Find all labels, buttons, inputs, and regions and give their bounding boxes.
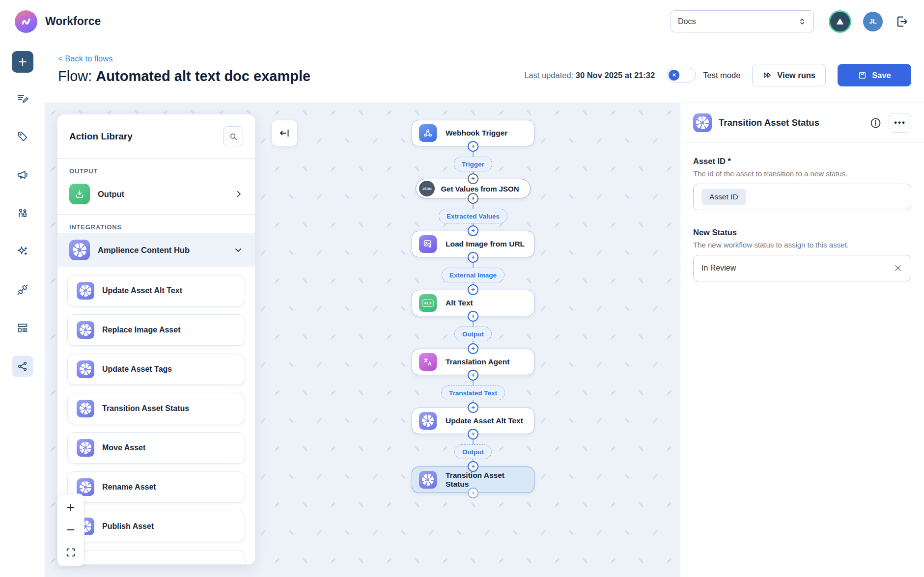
field-input[interactable]: Asset ID — [693, 184, 911, 210]
flow-output-pill[interactable]: Output — [454, 444, 492, 459]
brand-name: Workforce — [45, 15, 101, 28]
flow-port-add-icon[interactable] — [468, 141, 478, 152]
flow-port-add-icon[interactable] — [468, 461, 478, 472]
view-runs-label: View runs — [777, 71, 815, 80]
flow-output-pill[interactable]: External Image — [442, 268, 504, 282]
action-card-label: Update Asset Alt Text — [102, 286, 182, 295]
toggle-knob-x-icon — [669, 70, 679, 81]
tag-icon — [16, 130, 29, 143]
flow-port-add-icon[interactable] — [468, 370, 478, 381]
amplience-icon — [77, 360, 94, 378]
flow-name: Automated alt text doc example — [96, 68, 310, 84]
sidebar-item-plug[interactable] — [12, 279, 33, 301]
flow-column: Webhook TriggerTriggerJSONGet Values fro… — [412, 120, 534, 498]
flow-port-add-icon[interactable] — [468, 402, 478, 413]
search-icon — [228, 132, 238, 141]
action-card-label: Transition Asset Status — [102, 404, 189, 413]
flow-node-label: Update Asset Alt Text — [446, 416, 523, 425]
workforce-logo-icon — [15, 10, 37, 33]
flow-port-add-icon[interactable] — [468, 488, 478, 498]
zoom-out-button[interactable] — [57, 519, 84, 541]
last-updated-value: 30 Nov 2025 at 21:32 — [576, 71, 655, 80]
collapse-panel-button[interactable] — [271, 120, 298, 146]
action-card-partial[interactable] — [67, 550, 245, 565]
select-chevrons-icon — [798, 17, 807, 26]
flow-port-add-icon[interactable] — [468, 284, 478, 295]
drive-app-button[interactable] — [829, 10, 851, 33]
flow-node-label: Load Image from URL — [446, 240, 525, 248]
sidebar-item-share[interactable] — [12, 356, 33, 377]
sidebar-item-compose[interactable] — [12, 87, 33, 109]
logout-icon[interactable] — [895, 14, 909, 29]
image-icon — [419, 235, 437, 253]
add-button[interactable] — [12, 51, 33, 73]
integration-group-amplience[interactable]: Amplience Content Hub — [57, 233, 255, 267]
back-to-flows-link[interactable]: < Back to flows — [58, 54, 112, 63]
action-library-title: Action Library — [69, 131, 133, 142]
test-mode-label: Test mode — [703, 71, 740, 80]
clear-icon[interactable] — [893, 263, 903, 273]
flow-port-add-icon[interactable] — [468, 311, 478, 322]
test-mode-toggle[interactable] — [667, 68, 696, 82]
flow-port-add-icon[interactable] — [468, 193, 478, 204]
more-options-button[interactable]: ••• — [889, 113, 911, 133]
flow-header: < Back to flows Flow: Automated alt text… — [45, 43, 924, 103]
action-card[interactable]: Replace Image Asset — [67, 314, 245, 346]
sidebar-item-layout[interactable] — [12, 317, 33, 339]
amplience-icon — [69, 240, 90, 260]
sidebar-item-tag[interactable] — [12, 126, 33, 147]
info-icon[interactable] — [869, 117, 882, 129]
flow-port-add-icon[interactable] — [468, 225, 478, 236]
save-button[interactable]: Save — [838, 64, 911, 86]
integrations-section-label: INTEGRATIONS — [57, 215, 255, 233]
chevron-right-icon — [234, 190, 243, 198]
action-card-label: Replace Image Asset — [102, 326, 180, 334]
amplience-icon — [77, 439, 94, 457]
action-card[interactable]: Rename Asset — [67, 471, 245, 503]
save-icon — [858, 71, 867, 80]
action-card[interactable]: Transition Asset Status — [67, 393, 245, 424]
search-button[interactable] — [223, 126, 243, 146]
sidebar-item-people[interactable] — [12, 202, 33, 224]
inspector-fields: Asset ID * The id of the asset to transi… — [680, 143, 924, 295]
left-rail — [0, 43, 45, 577]
workspace-select-value: Docs — [678, 17, 696, 26]
top-bar: Workforce Docs JL — [0, 0, 924, 43]
sidebar-item-megaphone[interactable] — [12, 164, 33, 186]
action-card[interactable]: Move Asset — [67, 432, 245, 464]
alt-text-icon: ALT — [419, 294, 437, 312]
flow-canvas[interactable]: Webhook TriggerTriggerJSONGet Values fro… — [45, 103, 680, 577]
compose-icon — [16, 92, 29, 105]
value-chip[interactable]: Asset ID — [701, 189, 746, 205]
flow-port-add-icon[interactable] — [468, 343, 478, 354]
download-icon — [69, 184, 90, 204]
flow-port-add-icon[interactable] — [468, 252, 478, 263]
action-cards: Update Asset Alt Text Replace Image Asse… — [57, 267, 255, 565]
output-library-item[interactable]: Output — [57, 177, 255, 214]
fit-view-button[interactable] — [57, 541, 84, 564]
flow-output-pill[interactable]: Trigger — [454, 157, 492, 171]
workspace-select[interactable]: Docs — [671, 10, 814, 32]
json-icon: JSON — [419, 181, 435, 196]
flow-port-add-icon[interactable] — [468, 173, 478, 184]
field-label: Asset ID * — [693, 157, 911, 166]
flow-port-add-icon[interactable] — [468, 429, 478, 440]
inspector-title: Transition Asset Status — [719, 117, 863, 128]
zoom-in-button[interactable] — [57, 496, 84, 519]
sidebar-item-sparkles[interactable] — [12, 241, 33, 262]
field-input[interactable]: In Review — [693, 255, 911, 281]
user-avatar[interactable]: JL — [863, 12, 883, 31]
save-label: Save — [872, 71, 891, 80]
zoom-controls — [57, 494, 84, 566]
flow-output-pill[interactable]: Translated Text — [441, 385, 505, 400]
view-runs-button[interactable]: View runs — [752, 64, 826, 86]
action-card[interactable]: Update Asset Alt Text — [67, 275, 245, 306]
flow-output-pill[interactable]: Output — [454, 327, 492, 341]
flow-output-pill[interactable]: Extracted Values — [439, 209, 507, 223]
inspector-panel: Transition Asset Status ••• Asset ID * T… — [680, 103, 924, 577]
fast-forward-icon — [762, 70, 772, 80]
integration-group-label: Amplience Content Hub — [98, 246, 225, 255]
action-card[interactable]: Publish Asset — [67, 511, 245, 542]
action-card[interactable]: Update Asset Tags — [67, 354, 245, 385]
flow-node-label: Alt Text — [446, 299, 473, 307]
